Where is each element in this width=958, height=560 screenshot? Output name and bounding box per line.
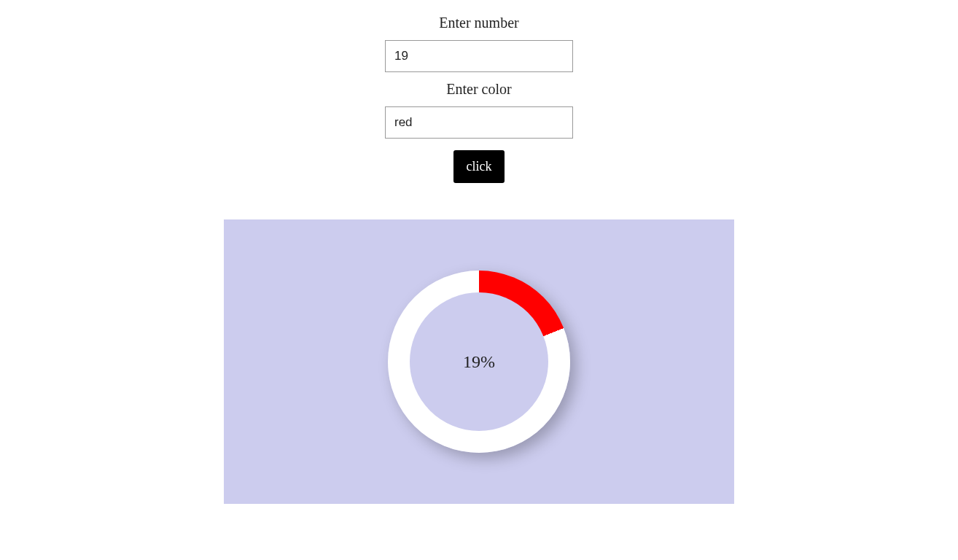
form-container: Enter number Enter color click xyxy=(385,15,573,183)
circular-inner: 19% xyxy=(410,292,548,431)
color-input[interactable] xyxy=(385,106,573,139)
color-label: Enter color xyxy=(446,81,511,98)
circular-progress: 19% xyxy=(388,271,570,453)
click-button[interactable]: click xyxy=(453,150,505,183)
progress-panel: 19% xyxy=(224,219,734,504)
number-label: Enter number xyxy=(439,15,518,31)
number-input[interactable] xyxy=(385,40,573,72)
percent-text: 19% xyxy=(463,352,495,372)
